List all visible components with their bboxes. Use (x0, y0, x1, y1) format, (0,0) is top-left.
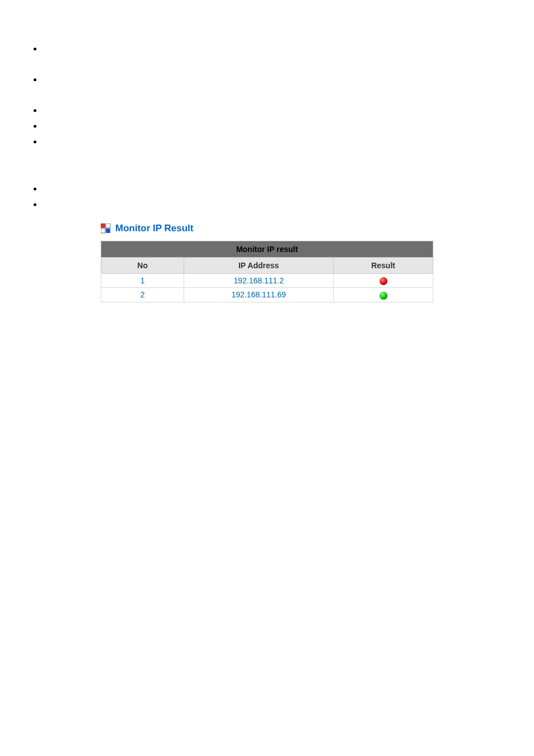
table-row: 2 192.168.111.69 (101, 288, 433, 302)
cell-result (334, 288, 433, 302)
svg-rect-2 (101, 228, 105, 233)
table-row: 1 192.168.111.2 (101, 274, 433, 288)
table-caption: Monitor IP result (101, 241, 433, 258)
status-indicator-green (380, 292, 387, 300)
col-no: No (101, 258, 184, 274)
section-title: Monitor IP Result (115, 223, 193, 234)
col-result: Result (334, 258, 433, 274)
cell-no: 2 (101, 288, 184, 302)
section-header: Monitor IP Result (101, 223, 433, 234)
svg-rect-0 (101, 223, 105, 228)
table-body: 1 192.168.111.2 2 192.168.111.69 (101, 274, 433, 302)
cell-result (334, 274, 433, 288)
cell-ip: 192.168.111.2 (184, 274, 334, 288)
cell-ip: 192.168.111.69 (184, 288, 334, 302)
svg-rect-3 (106, 228, 110, 233)
windows-flag-icon (101, 223, 111, 234)
status-indicator-red (380, 277, 387, 285)
cell-no: 1 (101, 274, 184, 288)
monitor-ip-section: Monitor IP Result Monitor IP result No I… (101, 223, 433, 302)
svg-rect-1 (106, 223, 110, 228)
monitor-ip-table: Monitor IP result No IP Address Result 1… (101, 241, 433, 302)
col-ip: IP Address (184, 258, 334, 274)
